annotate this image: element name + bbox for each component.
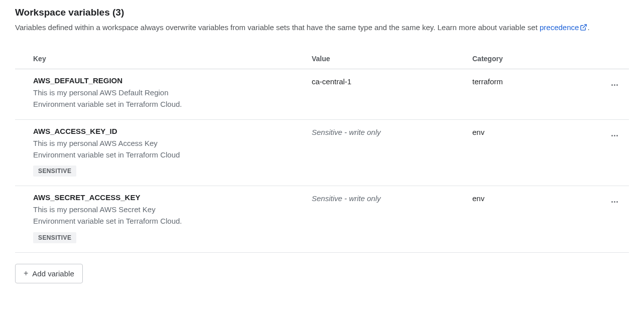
subtitle-suffix: .	[587, 23, 589, 32]
col-value: Value	[312, 55, 472, 63]
variable-category: terraform	[472, 76, 588, 86]
variable-category: env	[472, 127, 588, 136]
table-row: AWS_ACCESS_KEY_IDThis is my personal AWS…	[15, 120, 629, 187]
table-body: AWS_DEFAULT_REGIONThis is my personal AW…	[15, 69, 629, 253]
col-category: Category	[472, 55, 588, 63]
variable-key: AWS_SECRET_ACCESS_KEY	[33, 193, 312, 202]
actions-cell	[588, 76, 629, 89]
more-icon	[611, 84, 618, 86]
actions-cell	[588, 193, 629, 206]
row-actions-menu-button[interactable]	[609, 77, 620, 89]
table-row: AWS_SECRET_ACCESS_KEYThis is my personal…	[15, 186, 629, 253]
section-description: Variables defined within a workspace alw…	[15, 23, 629, 33]
variable-key: AWS_ACCESS_KEY_ID	[33, 127, 312, 135]
row-actions-menu-button[interactable]	[609, 128, 620, 140]
add-variable-button[interactable]: + Add variable	[15, 264, 83, 283]
more-icon	[611, 201, 618, 203]
variable-value: ca-central-1	[312, 76, 472, 86]
table-row: AWS_DEFAULT_REGIONThis is my personal AW…	[15, 69, 629, 120]
actions-cell	[588, 127, 629, 140]
variable-description: This is my personal AWS Secret Key Envir…	[33, 204, 184, 227]
svg-line-0	[583, 25, 587, 28]
key-cell: AWS_SECRET_ACCESS_KEYThis is my personal…	[33, 193, 312, 243]
variable-category: env	[472, 193, 588, 203]
table-header: Key Value Category	[15, 46, 629, 69]
variable-description: This is my personal AWS Default Region E…	[33, 87, 184, 110]
sensitive-badge: SENSITIVE	[33, 166, 76, 177]
variables-table: Key Value Category AWS_DEFAULT_REGIONThi…	[15, 46, 629, 253]
variable-value: Sensitive - write only	[312, 127, 472, 136]
variable-value: Sensitive - write only	[312, 193, 472, 203]
variable-description: This is my personal AWS Access Key Envir…	[33, 137, 184, 161]
add-variable-label: Add variable	[32, 269, 74, 278]
title-prefix: Workspace variables	[15, 7, 110, 18]
col-key: Key	[33, 55, 312, 63]
row-actions-menu-button[interactable]	[609, 194, 620, 206]
variable-key: AWS_DEFAULT_REGION	[33, 76, 312, 85]
section-title: Workspace variables (3)	[15, 7, 629, 18]
plus-icon: +	[24, 269, 28, 277]
precedence-link[interactable]: precedence	[540, 23, 587, 32]
subtitle-text: Variables defined within a workspace alw…	[15, 23, 540, 32]
key-cell: AWS_DEFAULT_REGIONThis is my personal AW…	[33, 76, 312, 110]
key-cell: AWS_ACCESS_KEY_IDThis is my personal AWS…	[33, 127, 312, 177]
sensitive-badge: SENSITIVE	[33, 232, 76, 243]
title-count: 3	[115, 7, 121, 18]
external-link-icon	[580, 24, 587, 33]
more-icon	[611, 135, 618, 136]
